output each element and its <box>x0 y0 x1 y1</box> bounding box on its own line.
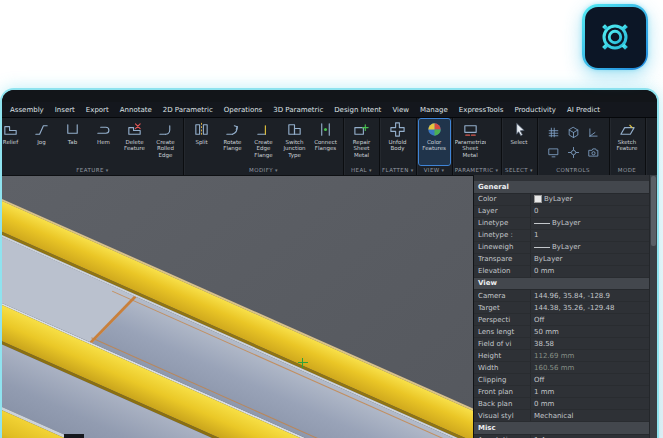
create-rolled-edge-icon <box>157 121 174 138</box>
menu-item-productivity[interactable]: Productivity <box>514 106 556 114</box>
axis-icon[interactable] <box>584 123 603 142</box>
property-row-perspecti[interactable]: PerspectiOff <box>474 314 649 326</box>
ribbon-button-delete-feature[interactable]: Delete Feature <box>119 119 150 165</box>
ribbon-group-label-view[interactable]: VIEW▾ <box>419 165 450 175</box>
property-row-width[interactable]: Width160.56 mm <box>474 362 649 374</box>
color-features-icon <box>426 121 443 138</box>
property-row-clipping[interactable]: ClippingOff <box>474 374 649 386</box>
property-row-lineweigh[interactable]: LineweighByLayer <box>474 242 649 254</box>
ribbon-button-unfold-body[interactable]: Unfold Body <box>382 119 413 165</box>
properties-section-view[interactable]: View <box>474 278 649 291</box>
scrollbar-thumb[interactable] <box>651 176 656 246</box>
property-row-lens-lengt[interactable]: Lens lengt50 mm <box>474 326 649 338</box>
ribbon-group-label-modify[interactable]: MODIFY▾ <box>186 165 341 175</box>
menu-item-expresstools[interactable]: ExpressTools <box>459 106 504 114</box>
ribbon-button-rotate-flange[interactable]: Rotate Flange <box>217 119 248 165</box>
ribbon-button-jog[interactable]: Jog <box>26 119 57 165</box>
ribbon-group-view: Color FeaturesVIEW▾ <box>417 118 453 175</box>
menu-item-manage[interactable]: Manage <box>420 106 448 114</box>
ribbon-group-label-controls: CONTROLS <box>540 165 607 175</box>
relief-icon <box>2 121 19 138</box>
menu-item-insert[interactable]: Insert <box>55 106 75 114</box>
ribbon-button-switch-junction-type[interactable]: Switch Junction Type <box>279 119 310 165</box>
ribbon-group-parametric: Parametrize Sheet MetalPARAMETRIC▾ <box>453 118 502 175</box>
ribbon-button-create-rolled-edge[interactable]: Create Rolled Edge <box>150 119 181 165</box>
split-icon <box>193 121 210 138</box>
grid-icon[interactable] <box>544 123 563 142</box>
ribbon-button-sketch-feature[interactable]: Sketch Feature <box>612 119 643 165</box>
menu-item-operations[interactable]: Operations <box>224 106 262 114</box>
ribbon-group-label-feature[interactable]: FEATURE▾ <box>4 165 181 175</box>
select-icon <box>511 121 528 138</box>
ribbon-button-parametrize-sheet-metal[interactable]: Parametrize Sheet Metal <box>455 119 486 165</box>
color-swatch <box>534 195 542 203</box>
ribbon-group-heal: Repair Sheet MetalHEAL▾ <box>344 118 380 175</box>
gear-icon <box>594 16 636 58</box>
ribbon-group-label-select[interactable]: SELECT▾ <box>504 165 535 175</box>
menu-item-3d-parametric[interactable]: 3D Parametric <box>273 106 323 114</box>
property-row-transpare[interactable]: TranspareByLayer <box>474 254 649 266</box>
property-row-layer[interactable]: Layer0 <box>474 206 649 218</box>
property-row-annotatio[interactable]: Annotatio1:4 <box>474 435 649 438</box>
monitor-icon[interactable] <box>544 143 563 162</box>
ribbon-group-flatten: Unfold BodyFLATTEN▾ <box>380 118 417 175</box>
ribbon-button-relief[interactable]: Relief <box>2 119 26 165</box>
property-row-height[interactable]: Height112.69 mm <box>474 350 649 362</box>
ribbon-button-hem[interactable]: Hem <box>88 119 119 165</box>
linetype-preview-line <box>534 247 550 248</box>
property-row-linetype[interactable]: Linetype :1 <box>474 230 649 242</box>
connect-flanges-icon <box>317 121 334 138</box>
properties-scrollbar[interactable] <box>649 175 657 438</box>
ribbon-group-label-mode: MODE <box>612 165 643 175</box>
property-row-back-plan[interactable]: Back plan0 mm <box>474 398 649 410</box>
ribbon-button-create-edge-flange[interactable]: Create Edge Flange <box>248 119 279 165</box>
settings-gear-badge[interactable] <box>582 4 648 70</box>
ribbon-button-connect-flanges[interactable]: Connect Flanges <box>310 119 341 165</box>
titlebar <box>2 90 657 102</box>
viewport-3d[interactable] <box>2 175 473 438</box>
camera-icon[interactable] <box>584 143 603 162</box>
property-row-camera[interactable]: Camera144.96, 35.84, -128.9 <box>474 290 649 302</box>
cube-icon[interactable] <box>564 123 583 142</box>
menu-item-design-intent[interactable]: Design Intent <box>334 106 381 114</box>
ribbon-group-label-parametric[interactable]: PARAMETRIC▾ <box>455 165 499 175</box>
ribbon-button-color-features[interactable]: Color Features <box>419 119 450 165</box>
ribbon-group-label-heal[interactable]: HEAL▾ <box>346 165 377 175</box>
menu-item-2d-parametric[interactable]: 2D Parametric <box>163 106 213 114</box>
property-row-front-plan[interactable]: Front plan1 mm <box>474 386 649 398</box>
property-row-color[interactable]: ColorByLayer <box>474 194 649 206</box>
chevron-down-icon: ▾ <box>496 168 499 173</box>
ribbon-button-tab[interactable]: Tab <box>57 119 88 165</box>
sheet-metal-model <box>2 190 473 438</box>
content-area: GeneralColorByLayerLayer0LinetypeByLayer… <box>2 175 657 438</box>
chevron-down-icon: ▾ <box>530 168 533 173</box>
ribbon-group-label-flatten[interactable]: FLATTEN▾ <box>382 165 414 175</box>
linetype-preview-line <box>534 223 550 224</box>
ribbon-group-controls: CONTROLS <box>538 118 610 175</box>
chevron-down-icon: ▾ <box>106 168 109 173</box>
properties-section-general[interactable]: General <box>474 181 649 194</box>
property-row-elevation[interactable]: Elevation0 mm <box>474 266 649 278</box>
app-window: AssemblyInsertExportAnnotate2D Parametri… <box>0 88 659 438</box>
menu-item-ai-predict[interactable]: AI Predict <box>567 106 600 114</box>
menu-item-export[interactable]: Export <box>86 106 109 114</box>
page: AssemblyInsertExportAnnotate2D Parametri… <box>0 0 663 438</box>
ribbon-button-repair-sheet-metal[interactable]: Repair Sheet Metal <box>346 119 377 165</box>
menu-item-annotate[interactable]: Annotate <box>120 106 152 114</box>
properties-rows: GeneralColorByLayerLayer0LinetypeByLayer… <box>474 175 649 438</box>
create-edge-flange-icon <box>255 121 272 138</box>
ribbon-group-modify: SplitRotate FlangeCreate Edge FlangeSwit… <box>184 118 344 175</box>
property-row-field-of-vi[interactable]: Field of vi38.58 <box>474 338 649 350</box>
chevron-down-icon: ▾ <box>442 168 445 173</box>
property-row-linetype[interactable]: LinetypeByLayer <box>474 218 649 230</box>
properties-section-misc[interactable]: Misc <box>474 422 649 435</box>
ribbon-button-select[interactable]: Select <box>504 119 535 165</box>
properties-panel: GeneralColorByLayerLayer0LinetypeByLayer… <box>473 175 657 438</box>
property-row-target[interactable]: Target144.38, 35.26, -129.48 <box>474 302 649 314</box>
ribbon-button-split[interactable]: Split <box>186 119 217 165</box>
property-row-visual-styl[interactable]: Visual stylMechanical <box>474 410 649 422</box>
rotate-flange-icon <box>224 121 241 138</box>
menu-item-view[interactable]: View <box>392 106 409 114</box>
menu-item-assembly[interactable]: Assembly <box>10 106 44 114</box>
sun-icon[interactable] <box>564 143 583 162</box>
